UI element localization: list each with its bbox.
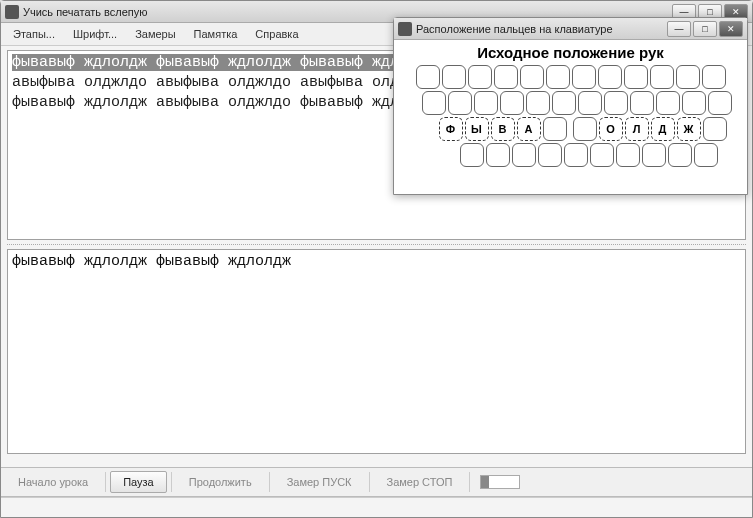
child-titlebar: Расположение пальцев на клавиатуре — □ ✕ [394,18,747,40]
key-blank [656,91,680,115]
keyboard-row-4 [438,143,739,167]
pauza-button[interactable]: Пауза [110,471,167,493]
menu-pamyatka[interactable]: Памятка [186,25,246,43]
nachalo-uroka-button[interactable]: Начало урока [5,471,101,493]
toolbar-separator [105,472,106,492]
menu-shrift[interactable]: Шрифт... [65,25,125,43]
key-home-o: О [599,117,623,141]
key-blank [630,91,654,115]
key-blank [546,65,570,89]
titlebar-left: Учись печатать вслепую [5,5,148,19]
menu-etapy[interactable]: Этапы... [5,25,63,43]
toolbar-separator [171,472,172,492]
zamer-pusk-button[interactable]: Замер ПУСК [274,471,365,493]
key-blank [512,143,536,167]
statusbar [1,497,752,517]
key-blank [676,65,700,89]
key-blank [616,143,640,167]
zamer-stop-button[interactable]: Замер СТОП [374,471,466,493]
app-icon [5,5,19,19]
key-blank [448,91,472,115]
key-home-d: Д [651,117,675,141]
keyboard-diagram: Ф Ы В А О Л Д Ж [394,63,747,177]
key-home-f: Ф [439,117,463,141]
keyboard-row-1 [402,65,739,89]
key-home-a: А [517,117,541,141]
key-blank [538,143,562,167]
key-blank [520,65,544,89]
keyboard-row-3-home: Ф Ы В А О Л Д Ж [426,117,739,141]
child-maximize-button[interactable]: □ [693,21,717,37]
progress-indicator [480,475,520,489]
key-blank [573,117,597,141]
toolbar-separator [469,472,470,492]
key-blank [578,91,602,115]
key-blank [598,65,622,89]
key-blank [668,143,692,167]
child-title: Расположение пальцев на клавиатуре [416,23,613,35]
toolbar-separator [269,472,270,492]
key-gap [568,117,572,141]
key-blank [694,143,718,167]
key-blank [543,117,567,141]
prodolzhit-button[interactable]: Продолжить [176,471,265,493]
menu-spravka[interactable]: Справка [247,25,306,43]
key-blank [624,65,648,89]
key-blank [526,91,550,115]
key-blank [416,65,440,89]
key-blank [500,91,524,115]
key-blank [702,65,726,89]
input-pane[interactable]: фывавыф ждлолдж фывавыф ждлолдж [7,249,746,454]
key-blank [682,91,706,115]
child-titlebar-left: Расположение пальцев на клавиатуре [398,22,613,36]
key-blank [486,143,510,167]
toolbar-separator [369,472,370,492]
key-blank [642,143,666,167]
key-blank [572,65,596,89]
keyboard-fingers-window: Расположение пальцев на клавиатуре — □ ✕… [393,17,748,195]
progress-fill [481,476,489,488]
child-app-icon [398,22,412,36]
child-close-button[interactable]: ✕ [719,21,743,37]
key-blank [708,91,732,115]
key-blank [703,117,727,141]
menu-zamery[interactable]: Замеры [127,25,183,43]
main-title: Учись печатать вслепую [23,6,148,18]
typed-text: фывавыф ждлолдж фывавыф ждлолдж [12,253,291,270]
pane-separator[interactable] [7,244,746,245]
key-home-zh: Ж [677,117,701,141]
key-blank [442,65,466,89]
key-home-y: Ы [465,117,489,141]
key-blank [552,91,576,115]
child-window-controls: — □ ✕ [667,21,743,37]
key-blank [468,65,492,89]
key-home-l: Л [625,117,649,141]
key-blank [460,143,484,167]
key-blank [564,143,588,167]
key-blank [474,91,498,115]
keyboard-heading: Исходное положение рук [394,40,747,63]
key-blank [604,91,628,115]
key-blank [422,91,446,115]
bottombar: Начало урока Пауза Продолжить Замер ПУСК… [1,467,752,497]
child-minimize-button[interactable]: — [667,21,691,37]
key-blank [650,65,674,89]
key-blank [494,65,518,89]
key-blank [590,143,614,167]
keyboard-row-2 [414,91,739,115]
key-home-v: В [491,117,515,141]
